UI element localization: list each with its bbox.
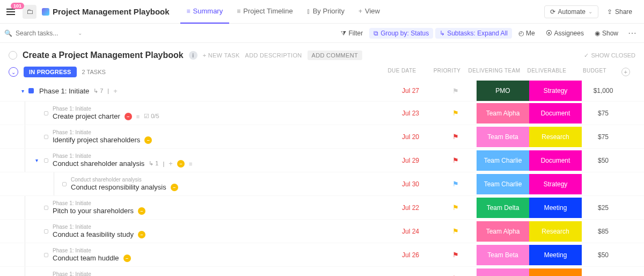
priority-cell[interactable]: ⚑ bbox=[435, 180, 477, 188]
deliverable-cell[interactable]: Document bbox=[529, 103, 582, 124]
task-name-text[interactable]: Conduct shareholder analysis bbox=[53, 159, 144, 168]
task-name-text[interactable]: Pitch to your shareholders bbox=[53, 207, 134, 215]
expand-button[interactable]: ▾ bbox=[21, 88, 24, 94]
filter-button[interactable]: ⧩Filter bbox=[336, 28, 367, 39]
subtasks-button[interactable]: ↳Subtasks: Expand All bbox=[435, 28, 512, 39]
task-status-checkbox[interactable] bbox=[44, 253, 48, 257]
col-delivering-team[interactable]: DELIVERING TEAM bbox=[468, 68, 521, 76]
budget-cell[interactable]: $50 bbox=[582, 251, 625, 259]
due-date-cell[interactable]: Jul 23 bbox=[386, 110, 435, 117]
group-by-button[interactable]: ⧉Group by: Status bbox=[369, 28, 433, 39]
search-field[interactable] bbox=[16, 30, 75, 37]
info-icon[interactable]: i bbox=[189, 51, 197, 60]
automate-button[interactable]: ⟳Automate⌄ bbox=[544, 5, 598, 18]
collapse-group-button[interactable]: ⌄ bbox=[9, 67, 18, 77]
add-comment-button[interactable]: ADD COMMENT bbox=[308, 50, 362, 60]
status-dot[interactable]: – bbox=[171, 184, 178, 191]
add-subtask-button[interactable]: + bbox=[113, 87, 118, 95]
breadcrumb[interactable]: Phase 1: Initiate bbox=[53, 224, 386, 230]
budget-cell[interactable]: $50 bbox=[582, 157, 625, 164]
task-status-checkbox[interactable] bbox=[62, 182, 67, 186]
team-cell[interactable]: Team Alpha bbox=[477, 221, 529, 242]
status-dot[interactable]: – bbox=[125, 113, 132, 120]
deliverable-cell[interactable]: Strategy bbox=[529, 81, 582, 101]
team-cell[interactable]: Team Beta bbox=[477, 268, 529, 277]
priority-cell[interactable]: ⚑ bbox=[435, 251, 477, 259]
task-status-checkbox[interactable] bbox=[44, 158, 48, 163]
task-row[interactable]: Conduct shareholder analysis Conduct res… bbox=[0, 172, 644, 196]
checklist-progress[interactable]: ☑ 0/5 bbox=[144, 113, 159, 120]
team-cell[interactable]: Team Charlie bbox=[477, 174, 529, 194]
task-name-text[interactable]: Identify project shareholders bbox=[53, 136, 140, 144]
priority-cell[interactable]: ⚑ bbox=[435, 87, 477, 95]
assignees-button[interactable]: ⦿Assignees bbox=[541, 28, 588, 39]
tab-summary[interactable]: ≡Summary bbox=[180, 0, 230, 24]
menu-button[interactable]: 101 bbox=[6, 6, 18, 18]
tab-add-view[interactable]: +View bbox=[352, 0, 386, 24]
task-name-text[interactable]: Conduct team huddle bbox=[53, 254, 119, 262]
task-row[interactable]: Phase 1: Initiate Create project charter… bbox=[0, 101, 644, 125]
status-dot[interactable]: – bbox=[138, 207, 145, 215]
team-cell[interactable]: PMO bbox=[477, 81, 529, 101]
budget-cell[interactable]: $25 bbox=[582, 204, 625, 212]
deliverable-cell[interactable]: Research bbox=[529, 221, 582, 242]
more-button[interactable]: ⋯ bbox=[625, 28, 640, 38]
task-status-checkbox[interactable] bbox=[44, 206, 48, 210]
due-date-cell[interactable]: Jul 29 bbox=[386, 157, 435, 164]
deliverable-cell[interactable]: Research bbox=[529, 127, 582, 147]
task-name-text[interactable]: Create project charter bbox=[53, 112, 120, 120]
task-status-checkbox[interactable] bbox=[44, 111, 48, 115]
status-dot[interactable]: – bbox=[123, 255, 131, 262]
tab-by-priority[interactable]: ⫿By Priority bbox=[301, 0, 351, 24]
task-row[interactable]: Phase 1: Initiate Conduct team huddle – … bbox=[0, 243, 644, 267]
breadcrumb[interactable]: Phase 1: Initiate bbox=[53, 200, 386, 206]
list-title[interactable]: Create a Project Management Playbook bbox=[23, 50, 184, 60]
team-cell[interactable]: Team Alpha bbox=[477, 103, 529, 124]
task-row[interactable]: ▾ Phase 1: Initiate Conduct shareholder … bbox=[0, 149, 644, 172]
budget-cell[interactable]: $85 bbox=[582, 228, 625, 235]
priority-cell[interactable]: ⚑ bbox=[435, 204, 477, 212]
due-date-cell[interactable]: Jul 26 bbox=[386, 251, 435, 259]
col-due-date[interactable]: DUE DATE bbox=[378, 68, 426, 76]
task-row[interactable]: Phase 1: Initiate Identify your tools an… bbox=[0, 267, 644, 276]
status-dot[interactable]: – bbox=[177, 160, 185, 168]
deliverable-cell[interactable]: Document bbox=[529, 150, 582, 171]
task-name-text[interactable]: Conduct a feasibility study bbox=[53, 230, 134, 238]
me-button[interactable]: ◴Me bbox=[514, 28, 539, 39]
status-pill-in-progress[interactable]: IN PROGRESS bbox=[24, 67, 77, 77]
breadcrumb[interactable]: Phase 1: Initiate bbox=[53, 271, 386, 276]
status-circle[interactable] bbox=[9, 51, 17, 60]
chevron-down-icon[interactable]: ⌄ bbox=[78, 30, 82, 36]
deliverable-cell[interactable]: Meeting bbox=[529, 198, 582, 218]
task-row-phase-1[interactable]: ▾ Phase 1: Initiate ↳7 | + Jul 27 ⚑ PMO … bbox=[0, 81, 644, 101]
search-input[interactable]: 🔍 ⌄ bbox=[4, 30, 90, 37]
new-task-button[interactable]: + NEW TASK bbox=[203, 52, 240, 59]
deliverable-cell[interactable]: Strategy bbox=[529, 174, 582, 194]
expand-button[interactable]: ▾ bbox=[35, 157, 38, 163]
task-name-text[interactable]: Conduct responsibility analysis bbox=[71, 183, 166, 191]
due-date-cell[interactable]: Jul 22 bbox=[386, 204, 435, 212]
team-cell[interactable]: Team Beta bbox=[477, 127, 529, 147]
col-budget[interactable]: BUDGET bbox=[573, 68, 616, 76]
task-row[interactable]: Phase 1: Initiate Identify project share… bbox=[0, 125, 644, 149]
priority-cell[interactable]: ⚑ bbox=[435, 133, 477, 141]
col-priority[interactable]: PRIORITY bbox=[426, 68, 468, 76]
task-row[interactable]: Phase 1: Initiate Pitch to your sharehol… bbox=[0, 196, 644, 220]
task-row[interactable]: Phase 1: Initiate Conduct a feasibility … bbox=[0, 220, 644, 243]
budget-cell[interactable]: $75 bbox=[582, 133, 625, 141]
due-date-cell[interactable]: Jul 27 bbox=[386, 87, 435, 95]
task-status-checkbox[interactable] bbox=[44, 229, 48, 234]
team-cell[interactable]: Team Charlie bbox=[477, 150, 529, 171]
add-column-button[interactable]: + bbox=[616, 68, 635, 76]
show-button[interactable]: ◉Show bbox=[590, 28, 623, 39]
breadcrumb[interactable]: Phase 1: Initiate bbox=[53, 129, 386, 135]
due-date-cell[interactable]: Jul 20 bbox=[386, 133, 435, 141]
due-date-cell[interactable]: Jul 30 bbox=[386, 180, 435, 188]
description-icon[interactable]: ≡ bbox=[136, 113, 140, 120]
budget-cell[interactable]: $75 bbox=[582, 110, 625, 117]
deliverable-cell[interactable]: Meeting bbox=[529, 245, 582, 265]
task-status-checkbox[interactable] bbox=[44, 135, 48, 139]
status-square[interactable] bbox=[28, 88, 34, 93]
deliverable-cell[interactable]: Tools bbox=[529, 268, 582, 277]
due-date-cell[interactable]: Jul 24 bbox=[386, 228, 435, 235]
